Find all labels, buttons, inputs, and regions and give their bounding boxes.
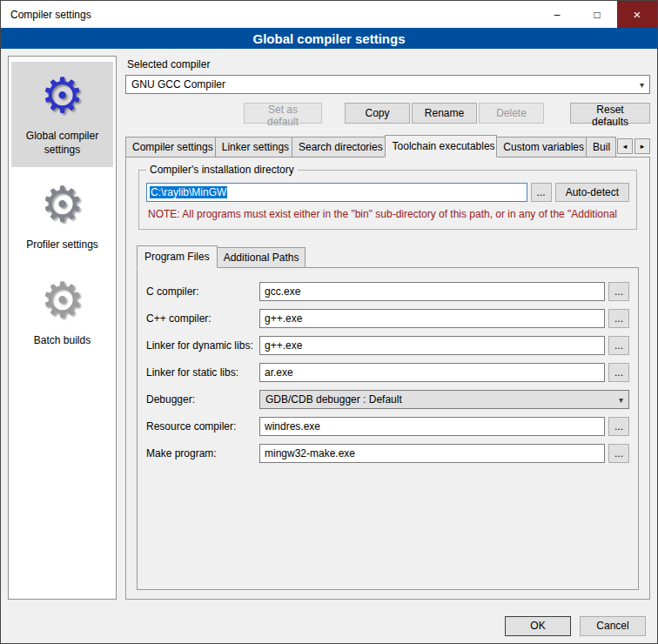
tab-build-options[interactable]: Buil [586,137,616,158]
dialog-header: Global compiler settings [1,28,657,49]
maximize-icon: □ [594,9,600,21]
linker-dynamic-label: Linker for dynamic libs: [146,339,259,352]
cpp-compiler-label: C++ compiler: [146,312,259,325]
field-row-linker-dynamic: Linker for dynamic libs: ... [146,336,629,355]
sidebar-item-label: Profiler settings [13,238,111,252]
resource-compiler-input[interactable] [259,417,605,436]
delete-button[interactable]: Delete [479,103,544,124]
linker-static-input[interactable] [259,363,605,382]
maximize-button[interactable]: □ [577,1,617,28]
gear-icon: ⚙ [13,69,111,123]
compiler-settings-window: Compiler settings – □ × Global compiler … [0,0,658,644]
sidebar-item-profiler-settings[interactable]: ⚙ Profiler settings [11,171,113,263]
tab-scroll-right-button[interactable]: ▸ [634,138,650,154]
tab-compiler-settings[interactable]: Compiler settings [125,137,216,158]
auto-detect-button[interactable]: Auto-detect [555,183,629,202]
tab-toolchain-executables[interactable]: Toolchain executables [385,135,498,158]
ok-button[interactable]: OK [505,616,571,636]
installation-directory-row: C:\raylib\MinGW ... Auto-detect [146,183,629,202]
close-button[interactable]: × [617,1,657,28]
field-row-resource-compiler: Resource compiler: ... [146,417,629,436]
selected-compiler-select[interactable]: GNU GCC Compiler ▾ [125,75,650,94]
close-icon: × [634,7,641,22]
gears-stack-icon: ⚙ [13,273,111,327]
sidebar-item-label: Global compiler settings [13,130,111,157]
programs-subtabs: Program Files Additional Paths [137,245,639,267]
minimize-button[interactable]: – [537,1,577,28]
dialog-content: ⚙ Global compiler settings ⚙ Profiler se… [1,49,657,608]
cancel-button[interactable]: Cancel [580,616,646,636]
sidebar-item-global-compiler-settings[interactable]: ⚙ Global compiler settings [11,62,113,167]
install-dir-input[interactable]: C:\raylib\MinGW [146,183,527,202]
c-compiler-browse-button[interactable]: ... [608,282,629,301]
debugger-label: Debugger: [146,393,259,406]
arrow-left-icon: ◂ [623,142,628,151]
tab-scroll-controls: ◂ ▸ [615,138,650,154]
linker-static-browse-button[interactable]: ... [608,363,629,382]
debugger-value: GDB/CDB debugger : Default [265,393,402,406]
tab-linker-settings[interactable]: Linker settings [215,137,292,158]
tab-scroll-left-button[interactable]: ◂ [617,138,633,154]
cpp-compiler-input[interactable] [259,309,605,328]
profiler-tool-icon: ⚙ [13,178,111,231]
make-program-browse-button[interactable]: ... [608,444,629,463]
copy-button[interactable]: Copy [345,103,410,124]
rename-button[interactable]: Rename [412,103,477,124]
cpp-compiler-browse-button[interactable]: ... [608,309,629,328]
title-bar[interactable]: Compiler settings – □ × [1,1,657,28]
selected-compiler-label: Selected compiler [127,58,650,70]
minimize-icon: – [554,9,561,21]
compiler-actions-row: Set as default Copy Rename Delete Reset … [125,103,650,124]
window-title: Compiler settings [1,1,537,28]
linker-static-label: Linker for static libs: [146,366,259,379]
dialog-footer: OK Cancel [1,608,657,643]
debugger-select[interactable]: GDB/CDB debugger : Default ▾ [259,390,629,409]
reset-defaults-button[interactable]: Reset defaults [570,103,650,124]
c-compiler-input[interactable] [259,282,605,301]
tab-search-directories[interactable]: Search directories [292,137,386,158]
subtab-program-files[interactable]: Program Files [137,245,218,268]
field-row-cpp-compiler: C++ compiler: ... [146,309,629,328]
installation-directory-groupbox: Compiler's installation directory C:\ray… [138,170,637,230]
subtab-additional-paths[interactable]: Additional Paths [217,247,306,268]
field-row-debugger: Debugger: GDB/CDB debugger : Default ▾ [146,390,629,409]
dialog-header-title: Global compiler settings [252,31,405,46]
install-dir-browse-button[interactable]: ... [531,183,552,202]
linker-dynamic-input[interactable] [259,336,605,355]
groupbox-legend: Compiler's installation directory [146,164,298,176]
tab-custom-variables[interactable]: Custom variables [496,137,587,158]
make-program-input[interactable] [259,444,605,463]
field-row-linker-static: Linker for static libs: ... [146,363,629,382]
program-files-page: C compiler: ... C++ compiler: ... Linker… [137,267,639,590]
selected-compiler-value: GNU GCC Compiler [131,78,225,91]
sidebar-item-label: Batch builds [13,334,111,348]
sidebar-item-batch-builds[interactable]: ⚙ Batch builds [11,266,113,359]
chevron-down-icon: ▾ [640,80,644,90]
install-dir-selected-text: C:\raylib\MinGW [150,186,227,198]
make-program-label: Make program: [146,447,259,460]
resource-compiler-label: Resource compiler: [146,420,259,433]
chevron-down-icon: ▾ [619,395,623,405]
settings-category-sidebar: ⚙ Global compiler settings ⚙ Profiler se… [8,56,117,600]
settings-tabstrip: Compiler settings Linker settings Search… [125,135,650,157]
linker-dynamic-browse-button[interactable]: ... [608,336,629,355]
field-row-c-compiler: C compiler: ... [146,282,629,301]
arrow-right-icon: ▸ [641,142,645,151]
main-panel: Selected compiler GNU GCC Compiler ▾ Set… [125,56,650,600]
resource-compiler-browse-button[interactable]: ... [608,417,629,436]
c-compiler-label: C compiler: [146,285,259,298]
bin-subdirectory-note: NOTE: All programs must exist either in … [148,208,628,220]
field-row-make-program: Make program: ... [146,444,629,463]
set-as-default-button[interactable]: Set as default [244,103,322,124]
toolchain-executables-page: Compiler's installation directory C:\ray… [125,157,650,600]
